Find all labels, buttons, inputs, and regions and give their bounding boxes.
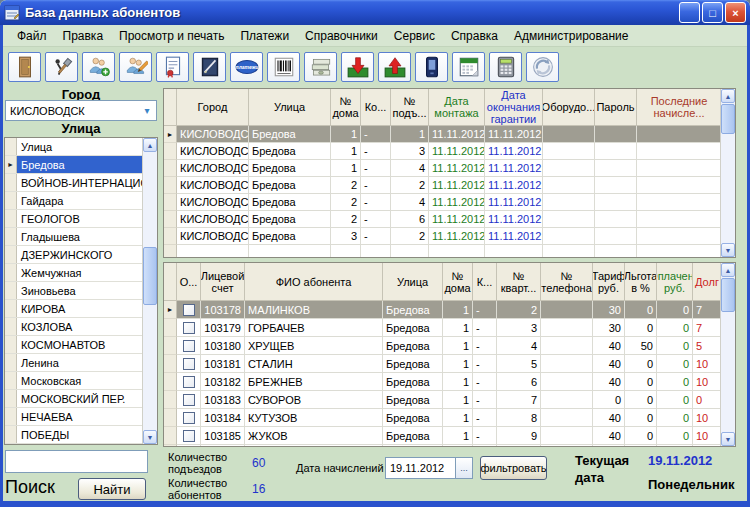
menu-item-0[interactable]: Файл	[9, 26, 55, 46]
table-row[interactable]: 103181СТАЛИНБредова1-5400010	[164, 355, 720, 373]
column-header[interactable]: № дома	[331, 89, 361, 126]
row-selector[interactable]	[164, 194, 177, 211]
table-row[interactable]: 103185ЖУКОВБредова1-9400010	[164, 427, 720, 445]
street-list-item[interactable]: ГЕОЛОГОВ	[5, 210, 142, 228]
calendar-icon[interactable]	[452, 52, 485, 82]
column-header[interactable]: № кварт...	[497, 263, 541, 301]
column-header[interactable]: № телефона	[541, 263, 593, 301]
column-header[interactable]: Оплачено руб.	[657, 263, 693, 301]
find-button[interactable]: Найти	[78, 478, 146, 500]
chevron-down-icon[interactable]: ▾	[138, 101, 156, 120]
menu-item-4[interactable]: Справочники	[297, 26, 386, 46]
cash-icon[interactable]	[304, 52, 337, 82]
row-selector[interactable]: ►	[164, 301, 177, 319]
row-selector[interactable]	[5, 336, 17, 353]
street-list-item[interactable]: КОСМОНАВТОВ	[5, 336, 142, 354]
subscriber-checkbox[interactable]	[183, 394, 195, 406]
row-selector[interactable]	[164, 211, 177, 228]
subscribers-table-vscroll[interactable]: ▲ ▼	[720, 263, 735, 446]
scroll-up-icon[interactable]: ▲	[721, 263, 735, 277]
repair-icon[interactable]	[45, 52, 78, 82]
row-selector[interactable]	[164, 355, 177, 373]
scroll-thumb[interactable]	[721, 278, 735, 312]
import-icon[interactable]	[341, 52, 374, 82]
door-icon[interactable]	[8, 52, 41, 82]
column-header[interactable]: Дата окончания гарантии	[485, 89, 543, 126]
subscriber-checkbox[interactable]	[183, 340, 195, 352]
street-list-vscroll[interactable]: ▲ ▼	[142, 138, 157, 444]
filter-button[interactable]: фильтровать	[480, 456, 547, 480]
subscriber-checkbox[interactable]	[183, 430, 195, 442]
calculator-icon[interactable]	[489, 52, 522, 82]
street-list-item[interactable]: Московская	[5, 372, 142, 390]
table-row[interactable]: ►103178МАЛИНКОВБредова1-230007	[164, 301, 720, 319]
row-selector[interactable]	[164, 373, 177, 391]
column-header[interactable]: Долг	[693, 263, 720, 301]
row-selector[interactable]	[164, 409, 177, 427]
row-selector[interactable]	[164, 143, 177, 160]
column-header[interactable]: Последние начисле...	[637, 89, 720, 126]
row-selector[interactable]	[5, 390, 17, 407]
row-selector[interactable]	[5, 264, 17, 281]
search-input[interactable]	[5, 450, 148, 473]
row-selector[interactable]	[5, 408, 17, 425]
column-header[interactable]: О...	[177, 263, 201, 301]
row-selector[interactable]	[164, 228, 177, 245]
subscriber-checkbox[interactable]	[183, 376, 195, 388]
row-selector[interactable]	[5, 192, 17, 209]
table-row[interactable]: 103182БРЕЖНЕВБредова1-6400010	[164, 373, 720, 391]
table-row[interactable]: 103180ХРУЩЕВБредова1-4405005	[164, 337, 720, 355]
row-selector[interactable]	[5, 210, 17, 227]
column-header[interactable]: № подъ...	[391, 89, 429, 126]
subscriber-checkbox[interactable]	[183, 322, 195, 334]
column-header[interactable]: Улица	[249, 89, 331, 126]
row-selector[interactable]	[164, 337, 177, 355]
payments-icon[interactable]: платежи	[230, 52, 263, 82]
table-row[interactable]: 103179ГОРБАЧЕВБредова1-330007	[164, 319, 720, 337]
table-row[interactable]: 103184КУТУЗОВБредова1-8400010	[164, 409, 720, 427]
street-list-item[interactable]: ВОЙНОВ-ИНТЕРНАЦИОН	[5, 174, 142, 192]
table-row[interactable]: КИСЛОВОДСКБредова3-211.11.201211.11.2012	[164, 228, 720, 245]
column-header[interactable]: Улица	[383, 263, 443, 301]
street-list-item[interactable]: Зиновьева	[5, 282, 142, 300]
buildings-table-vscroll[interactable]: ▲ ▼	[720, 89, 735, 257]
menu-item-7[interactable]: Администрирование	[506, 26, 636, 46]
row-selector[interactable]	[5, 228, 17, 245]
street-list-item[interactable]: Гайдара	[5, 192, 142, 210]
street-list-item[interactable]: ПОБЕДЫ	[5, 426, 142, 444]
table-row[interactable]: 103183СУВОРОВБредова1-70000	[164, 391, 720, 409]
menu-item-2[interactable]: Просмотр и печать	[111, 26, 232, 46]
street-list-item[interactable]: КОЗЛОВА	[5, 318, 142, 336]
scroll-down-icon[interactable]: ▼	[721, 432, 735, 446]
row-selector[interactable]	[5, 246, 17, 263]
table-row[interactable]: ►КИСЛОВОДСКБредова1-111.11.201211.11.201…	[164, 126, 720, 143]
row-selector[interactable]	[5, 354, 17, 371]
row-selector[interactable]	[164, 319, 177, 337]
street-list-item[interactable]: Жемчужная	[5, 264, 142, 282]
street-list-item[interactable]: Ленина	[5, 354, 142, 372]
row-selector[interactable]	[5, 426, 17, 443]
edit-subscriber-icon[interactable]	[119, 52, 152, 82]
row-selector[interactable]	[5, 300, 17, 317]
menu-item-5[interactable]: Сервис	[386, 26, 443, 46]
column-header[interactable]: Пароль	[595, 89, 637, 126]
street-list-item[interactable]: НЕЧАЕВА	[5, 408, 142, 426]
barcode-icon[interactable]	[267, 52, 300, 82]
close-button[interactable]: ×	[725, 2, 746, 23]
row-selector[interactable]	[164, 427, 177, 445]
scroll-up-icon[interactable]: ▲	[721, 89, 735, 103]
table-row[interactable]: КИСЛОВОДСКБредова2-211.11.201211.11.2012	[164, 177, 720, 194]
row-selector[interactable]: ►	[164, 126, 177, 143]
table-row[interactable]: КИСЛОВОДСКБредова2-411.11.201211.11.2012	[164, 194, 720, 211]
row-selector[interactable]	[5, 282, 17, 299]
minimize-button[interactable]: _	[679, 2, 700, 23]
contract-icon[interactable]	[156, 52, 189, 82]
subscriber-checkbox[interactable]	[183, 304, 195, 316]
column-header[interactable]: Лицевой счет	[201, 263, 245, 301]
street-list-item[interactable]: ►Бредова	[5, 156, 142, 174]
maximize-button[interactable]: □	[702, 2, 723, 23]
row-selector[interactable]	[164, 160, 177, 177]
refresh-icon[interactable]	[526, 52, 559, 82]
row-selector[interactable]	[5, 174, 17, 191]
export-icon[interactable]	[378, 52, 411, 82]
